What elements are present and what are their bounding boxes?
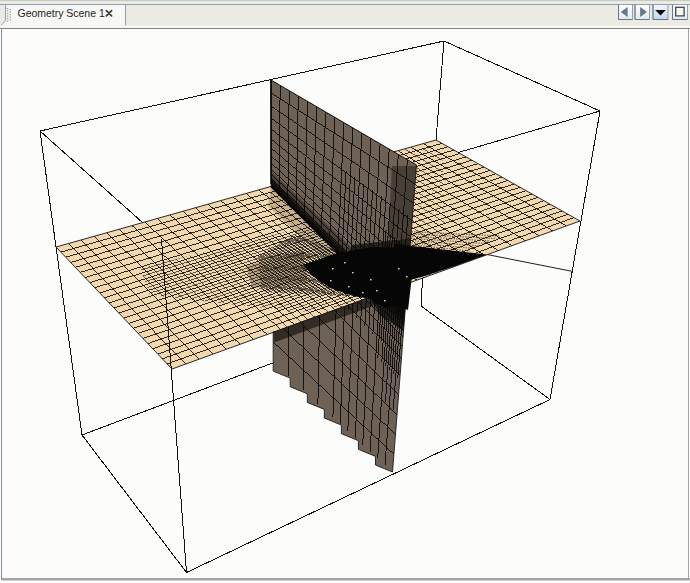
- svg-text:Geometry Scene 1: Geometry Scene 1: [18, 7, 105, 19]
